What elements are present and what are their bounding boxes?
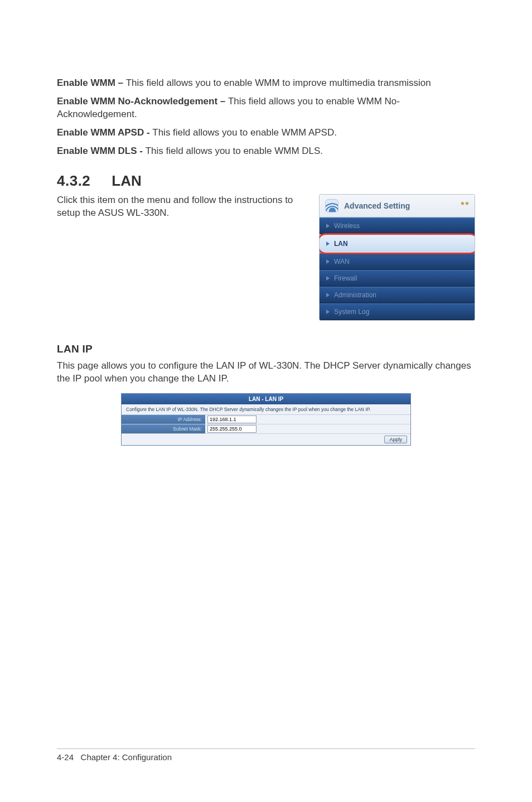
menu-item-label: Wireless	[334, 222, 360, 230]
menu-item-firewall[interactable]: Firewall	[320, 270, 475, 287]
def-3-term: Enable WMM APSD -	[57, 127, 152, 138]
menu-item-system-log[interactable]: System Log	[320, 303, 475, 320]
apply-button[interactable]: Apply	[384, 436, 407, 443]
chevron-right-icon	[326, 310, 330, 314]
footer-page: 4-24	[57, 752, 74, 762]
chevron-right-icon	[326, 276, 330, 281]
lanip-subnet-value-cell	[205, 425, 410, 433]
def-2: Enable WMM No-Acknowledgement – This fie…	[57, 95, 475, 121]
menu-item-label: LAN	[334, 240, 348, 248]
menu-header-title: Advanced Setting	[344, 201, 410, 210]
lanip-subnet-label: Subnet Mask:	[122, 424, 205, 433]
def-2-term: Enable WMM No-Acknowledgement –	[57, 96, 228, 107]
section-heading: 4.3.2 LAN	[57, 172, 475, 190]
lanip-heading: LAN IP	[57, 343, 475, 355]
chevron-right-icon	[326, 241, 330, 246]
stars-icon: ★★	[460, 200, 469, 206]
menu-item-label: System Log	[334, 308, 369, 316]
menu-item-label: WAN	[334, 258, 350, 265]
lanip-apply-row: Apply	[122, 434, 410, 445]
subnet-mask-input[interactable]	[207, 425, 257, 433]
def-1: Enable WMM – This field allows you to en…	[57, 77, 475, 90]
lanip-ip-value-cell	[205, 416, 410, 423]
section-number: 4.3.2	[57, 172, 90, 190]
lanip-row-subnet: Subnet Mask:	[122, 424, 410, 434]
def-4-desc: This field allows you to enable WMM DLS.	[146, 146, 323, 156]
menu-item-administration[interactable]: Administration	[320, 287, 475, 303]
chevron-right-icon	[326, 259, 330, 264]
lanip-panel: LAN - LAN IP Configure the LAN IP of WL-…	[121, 393, 411, 446]
lanip-paragraph: This page allows you to configure the LA…	[57, 360, 475, 385]
chevron-right-icon	[326, 224, 330, 228]
section-intro: Click this item on the menu and follow t…	[57, 194, 307, 220]
menu-item-wireless[interactable]: Wireless	[320, 218, 475, 234]
menu-list: Wireless LAN WAN Firewall Administration…	[320, 217, 475, 320]
menu-item-lan[interactable]: LAN	[320, 234, 475, 253]
menu-item-wan[interactable]: WAN	[320, 253, 475, 270]
menu-item-label: Administration	[334, 291, 376, 299]
advanced-setting-menu: Advanced Setting ★★ Wireless LAN WAN Fir…	[319, 194, 475, 321]
def-1-desc: This field allows you to enable WMM to i…	[126, 78, 431, 88]
lanip-ip-label: IP Address:	[122, 415, 205, 424]
ip-address-input[interactable]	[207, 416, 257, 423]
wifi-icon	[325, 199, 338, 212]
menu-item-label: Firewall	[334, 274, 357, 282]
lanip-row-ip: IP Address:	[122, 415, 410, 424]
def-4-term: Enable WMM DLS -	[57, 146, 146, 156]
def-3-desc: This field allows you to enable WMM APSD…	[152, 127, 337, 138]
def-1-term: Enable WMM –	[57, 78, 126, 88]
chevron-right-icon	[326, 293, 330, 297]
page-footer: 4-24 Chapter 4: Configuration	[57, 748, 475, 762]
footer-chapter: Chapter 4: Configuration	[81, 752, 172, 762]
def-3: Enable WMM APSD - This field allows you …	[57, 127, 475, 139]
menu-header: Advanced Setting ★★	[320, 195, 475, 217]
section-title: LAN	[112, 172, 141, 190]
lanip-panel-desc: Configure the LAN IP of WL-330N. The DHC…	[122, 404, 410, 415]
lanip-panel-title: LAN - LAN IP	[122, 394, 410, 404]
def-4: Enable WMM DLS - This field allows you t…	[57, 145, 475, 158]
